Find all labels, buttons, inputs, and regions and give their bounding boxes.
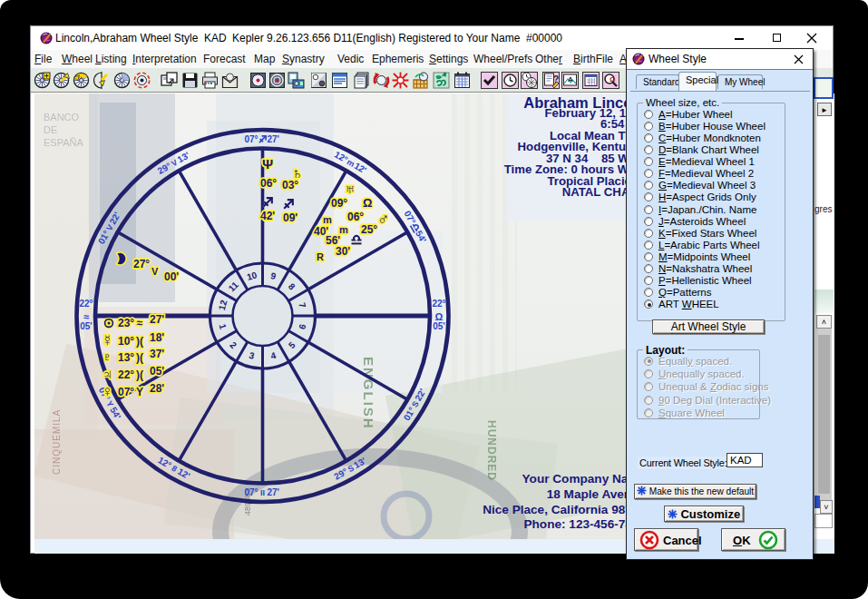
svg-text:06°: 06°	[347, 211, 364, 223]
svg-text:V: V	[151, 266, 159, 277]
svg-text:10°: 10°	[118, 335, 134, 348]
svg-text:37': 37'	[150, 348, 164, 360]
svg-text:00': 00'	[164, 270, 179, 283]
svg-text:05': 05'	[80, 321, 93, 331]
svg-text:30': 30'	[336, 245, 350, 258]
svg-text:6: 6	[297, 322, 307, 330]
svg-text:Ψ: Ψ	[262, 156, 273, 172]
svg-text:m: m	[323, 214, 332, 225]
svg-text:09°: 09°	[331, 197, 347, 210]
svg-text:)(: )(	[136, 351, 143, 364]
svg-text:10: 10	[246, 270, 258, 282]
svg-text:7: 7	[297, 301, 307, 309]
svg-text:♃: ♃	[102, 366, 113, 383]
svg-text:A: A	[568, 75, 573, 83]
svg-text:07°: 07°	[118, 386, 134, 398]
svg-text:4: 4	[269, 350, 278, 361]
svg-text:28': 28'	[150, 382, 164, 395]
svg-text:8: 8	[287, 281, 297, 292]
svg-text:5: 5	[287, 339, 297, 350]
svg-text:)(: )(	[136, 335, 143, 348]
svg-text:R: R	[317, 251, 324, 262]
svg-text:05': 05'	[433, 321, 445, 331]
svg-text:22°: 22°	[118, 368, 134, 381]
svg-text:27': 27'	[268, 487, 280, 497]
svg-text:27': 27'	[268, 134, 280, 144]
svg-text:Y: Y	[136, 386, 143, 398]
svg-text:3: 3	[249, 350, 257, 361]
svg-text:Ω: Ω	[610, 75, 616, 83]
svg-text:2: 2	[228, 339, 239, 350]
svg-text:23°: 23°	[118, 317, 134, 329]
svg-text:)(: )(	[136, 368, 143, 381]
svg-text:≈: ≈	[137, 317, 143, 329]
svg-text:09': 09'	[283, 211, 297, 224]
svg-text:42': 42'	[260, 210, 275, 222]
svg-text:♀: ♀	[102, 383, 113, 400]
svg-text:06°: 06°	[260, 177, 277, 190]
svg-text:27': 27'	[150, 313, 164, 326]
svg-text:13°: 13°	[118, 351, 134, 364]
svg-text:25°: 25°	[361, 223, 377, 236]
svg-text:♇: ♇	[102, 349, 113, 366]
svg-text:12: 12	[217, 299, 229, 311]
svg-text:II: II	[260, 488, 265, 497]
svg-text:☿: ☿	[102, 332, 113, 349]
svg-text:22°: 22°	[79, 299, 93, 309]
svg-text:9: 9	[269, 270, 278, 281]
svg-text:m: m	[339, 224, 348, 235]
svg-text:07°: 07°	[244, 487, 258, 497]
svg-text:18': 18'	[150, 331, 164, 344]
svg-text:1: 1	[218, 323, 229, 331]
svg-text:♂: ♂	[377, 210, 390, 228]
svg-text:22°: 22°	[432, 299, 445, 309]
svg-text:11: 11	[227, 280, 241, 294]
svg-text:07°: 07°	[244, 134, 258, 144]
svg-text:05': 05'	[150, 365, 164, 378]
svg-text:27°: 27°	[133, 258, 150, 270]
